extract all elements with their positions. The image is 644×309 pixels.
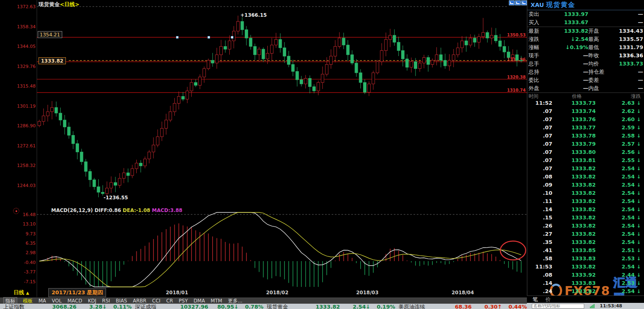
tape-row[interactable]: .091333.822.54 ↓ — [527, 181, 644, 189]
chart-period-icon[interactable] — [515, 0, 521, 5]
tape-row[interactable]: .071333.812.55 ↓ — [527, 156, 644, 165]
toolbar-item-CCI[interactable]: CCI — [152, 298, 160, 304]
tape-row[interactable]: .141333.832.53 ↓ — [527, 279, 644, 287]
down-arrow-icon: ↓ — [637, 141, 641, 147]
ticker-change: 3.28↓ — [77, 304, 107, 309]
clock: 11:53:48 — [600, 303, 622, 309]
svg-text:1286.90: 1286.90 — [17, 123, 36, 129]
toolbar-item-BIAS[interactable]: BIAS — [116, 298, 127, 304]
quote-row: 委比—委差— — [527, 76, 644, 84]
search-input[interactable] — [532, 304, 584, 309]
tape-header: 时间价格涨跌 — [527, 92, 644, 99]
quote-panel-header: XAU 现货黄金 — [527, 0, 644, 10]
tape-row[interactable]: .081333.922.44 ↓ — [527, 271, 644, 279]
toolbar-item-MA[interactable]: MA — [38, 298, 46, 304]
tape-tabs: 笔 价 — [527, 295, 644, 303]
down-arrow-icon: ↓ — [637, 207, 641, 212]
tape-row[interactable]: .271333.822.54 ↓ — [527, 230, 644, 238]
svg-text:2018/01: 2018/01 — [166, 290, 188, 295]
search-bar: 11:53:48 — [527, 303, 644, 309]
svg-text:-1236.55: -1236.55 — [104, 195, 128, 201]
down-arrow-icon: ↓ — [637, 149, 641, 155]
tape-column-header: 涨跌 — [601, 93, 641, 99]
svg-text:1310.74: 1310.74 — [507, 88, 526, 92]
down-arrow-icon: ↓ — [637, 190, 641, 196]
svg-text:1320.38: 1320.38 — [507, 75, 526, 79]
svg-text:2018/04: 2018/04 — [452, 290, 474, 295]
chart-layout-icon[interactable] — [509, 0, 515, 5]
quote-panel: XAU 现货黄金 卖出1333.97—买入1333.67—最新1333.82开盘… — [527, 0, 644, 309]
triangle-up-icon: ▲ — [26, 291, 29, 295]
market-ticker-strip: 上证指数3068.263.28↓0.11%深证成指10327.9680.95↓0… — [0, 304, 527, 309]
tape-row[interactable]: .111333.822.54 ↓ — [527, 197, 644, 205]
svg-text:9.73: 9.73 — [26, 231, 36, 237]
toolbar-item-VOL[interactable]: VOL — [52, 298, 62, 304]
down-arrow-icon: ↓ — [637, 198, 641, 204]
tape-row[interactable]: .151333.822.54 ↓ — [527, 214, 644, 222]
tab-price[interactable]: 价 — [545, 296, 551, 303]
svg-text:1372.63: 1372.63 — [17, 4, 36, 9]
tape-row[interactable]: .101333.822.54 ↓ — [527, 189, 644, 197]
toolbar-template-button[interactable]: 模板 — [23, 298, 33, 304]
toolbar-item-MACD[interactable]: MACD — [68, 298, 82, 304]
toolbar-item-more[interactable]: 更多... — [228, 298, 242, 304]
tape-row[interactable]: .071333.782.58 ↓ — [527, 132, 644, 140]
chart-title-period: <日线> — [60, 1, 79, 7]
chart-expand-icon[interactable] — [521, 0, 527, 5]
quote-row: 总持—持仓差— — [527, 68, 644, 76]
tape-row[interactable]: .141333.822.54 ↓ — [527, 205, 644, 214]
quote-row: 卖出1333.97— — [527, 10, 644, 18]
tape-row[interactable]: .071333.772.59 ↓ — [527, 124, 644, 132]
quote-row: 涨幅↓0.19%最低1331.79 — [527, 43, 644, 52]
toolbar-item-DMA[interactable]: DMA — [194, 298, 205, 304]
macd-macd-value: MACD:3.88 — [152, 208, 182, 213]
quote-row: 最新1333.82开盘1334.43 — [527, 27, 644, 35]
tape-row[interactable]: .081333.822.54 ↓ — [527, 173, 644, 181]
toolbar-item-ARBR[interactable]: ARBR — [133, 298, 146, 304]
svg-text:2.98: 2.98 — [26, 250, 36, 255]
down-arrow-icon: ↓ — [637, 272, 641, 278]
down-arrow-icon: ↓ — [637, 289, 641, 294]
tape-row[interactable]: .351333.822.54 ↓ — [527, 238, 644, 246]
toolbar-item-CR[interactable]: CR — [166, 298, 173, 304]
period-selector[interactable]: 日线 ▲ — [14, 289, 29, 296]
tape-row[interactable]: 11:521333.732.63 ↓ — [527, 99, 644, 107]
ticker-label[interactable]: 美原油连续 — [395, 304, 433, 309]
quote-fields: 卖出1333.97—买入1333.67—最新1333.82开盘1334.43涨跌… — [527, 10, 644, 92]
down-arrow-icon: ↓ — [637, 100, 641, 106]
svg-text:2018/02: 2018/02 — [266, 290, 288, 295]
svg-text:1329.76: 1329.76 — [17, 64, 36, 69]
toolbar-item-KDJ[interactable]: KDJ — [88, 298, 97, 304]
tape-row[interactable]: .241333.822.54 ↓ — [527, 287, 644, 295]
svg-text:1315.48: 1315.48 — [17, 83, 36, 89]
time-and-sales-list: 11:521333.732.63 ↓.071333.742.62 ↓.07133… — [527, 99, 644, 295]
down-arrow-icon: ↓ — [637, 166, 641, 171]
connection-signal-icon — [590, 304, 595, 308]
tape-row[interactable]: .071333.762.60 ↓ — [527, 115, 644, 124]
down-arrow-icon: ↓ — [637, 239, 641, 245]
chart-title: 现货黄金<日线> — [38, 1, 79, 8]
toolbar-item-RSI[interactable]: RSI — [102, 298, 110, 304]
tape-row[interactable]: .411333.852.51 ↓ — [527, 246, 644, 255]
toolbar-item-MTM[interactable]: MTM — [211, 298, 222, 304]
tape-row[interactable]: .071333.822.54 ↓ — [527, 165, 644, 173]
ticker-change: 80.95↓ — [208, 304, 239, 309]
indicator-selector-dot[interactable] — [13, 208, 19, 214]
down-arrow-icon: ↓ — [637, 125, 641, 131]
ticker-change: 2.54↓ — [340, 304, 370, 309]
ticker-label[interactable]: 现货黄金 — [264, 304, 301, 309]
tape-row[interactable]: .261333.822.54 ↓ — [527, 222, 644, 230]
tape-row[interactable]: .071333.802.56 ↓ — [527, 148, 644, 156]
trendline-price-label[interactable]: 1354.21 — [38, 31, 62, 38]
tape-row[interactable]: .071333.742.62 ↓ — [527, 107, 644, 115]
tape-row[interactable]: .071333.792.57 ↓ — [527, 140, 644, 148]
toolbar-item-PSY[interactable]: PSY — [179, 298, 188, 304]
tape-row[interactable]: 11:531333.822.54 ↓ — [527, 263, 644, 271]
tape-row[interactable]: .581333.832.53 ↓ — [527, 255, 644, 263]
ticker-label[interactable]: 上证指数 — [0, 304, 38, 309]
svg-text:1358.34: 1358.34 — [17, 24, 36, 29]
symbol-name: 现货黄金 — [546, 1, 576, 9]
down-arrow-icon: ↓ — [637, 133, 641, 139]
ticker-label[interactable]: 深证成指 — [132, 304, 169, 309]
down-arrow-icon: ↓ — [637, 158, 641, 163]
